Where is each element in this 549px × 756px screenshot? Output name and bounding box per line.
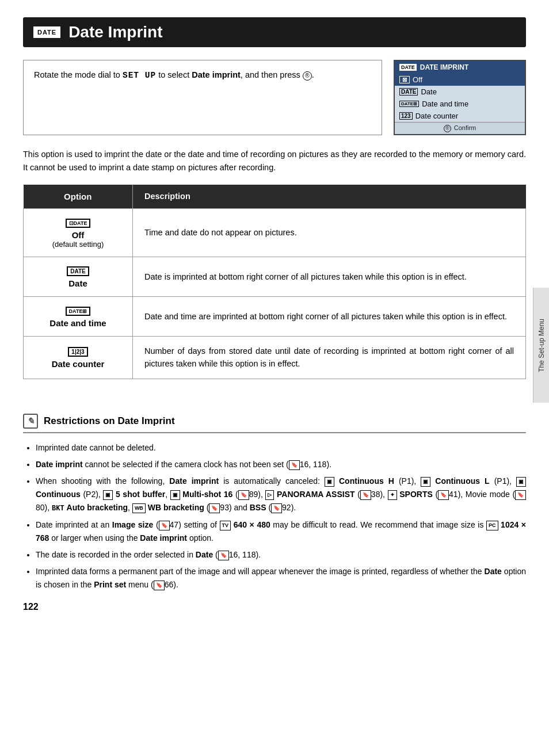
panorama-icon: ▷ bbox=[265, 490, 274, 500]
list-item: The date is recorded in the order select… bbox=[36, 548, 526, 562]
title-bar: DATE Date Imprint bbox=[23, 17, 526, 47]
lcd-panel: DATE DATE IMPRINT ⊠ Off DATE Date DATE⊞ … bbox=[394, 60, 526, 135]
list-item: Date imprinted at an Image size (🔖47) se… bbox=[36, 518, 526, 545]
ref-icon4: 🔖 bbox=[438, 490, 449, 500]
table-row: DATE Date Date is imprinted at bottom ri… bbox=[24, 257, 526, 296]
vertical-sidebar: The Set-up Menu bbox=[533, 288, 549, 403]
ref-icon5: 🔖 bbox=[515, 490, 526, 500]
ref-icon2: 🔖 bbox=[238, 490, 249, 500]
off-label: Off bbox=[35, 230, 121, 240]
tv-icon: TV bbox=[220, 521, 231, 530]
intro-box: Rotate the mode dial to SET UP to select… bbox=[23, 60, 382, 135]
table-row: DATE⊞ Date and time Date and time are im… bbox=[24, 296, 526, 336]
table-header-option: Option bbox=[24, 185, 133, 208]
list-item: Imprinted data forms a permanent part of… bbox=[36, 565, 526, 591]
table-row: 1|2|3 Date counter Number of days from s… bbox=[24, 336, 526, 379]
ref-icon10: 🔖 bbox=[154, 581, 165, 590]
body-text: This option is used to imprint the date … bbox=[23, 148, 526, 174]
restrictions-list: Imprinted date cannot be deleted. Date i… bbox=[23, 441, 526, 592]
counter-label: Date counter bbox=[35, 359, 121, 369]
intro-text: Rotate the mode dial to SET UP to select… bbox=[34, 70, 314, 79]
lcd-datetime-label: Date and time bbox=[422, 100, 468, 108]
lcd-item-counter[interactable]: 123 Date counter bbox=[395, 110, 525, 122]
table-cell-desc-counter: Number of days from stored date until da… bbox=[133, 336, 526, 379]
restrictions-header: ✎ Restrictions on Date Imprint bbox=[23, 414, 526, 433]
list-item: When shooting with the following, Date i… bbox=[36, 475, 526, 515]
date-label: Date bbox=[35, 278, 121, 288]
off-sublabel: (default setting) bbox=[35, 240, 121, 249]
table-cell-desc-off: Time and date do not appear on pictures. bbox=[133, 208, 526, 257]
off-icon: ⊡DATE bbox=[66, 219, 91, 228]
page-title: Date Imprint bbox=[68, 23, 162, 41]
lcd-header-icon: DATE bbox=[399, 64, 417, 71]
date-icon: DATE bbox=[67, 266, 89, 276]
restrictions-section: ✎ Restrictions on Date Imprint Imprinted… bbox=[23, 414, 526, 592]
lcd-confirm: ® Confirm bbox=[395, 122, 525, 134]
multishot-icon: ▣ bbox=[170, 490, 180, 500]
title-icon: DATE bbox=[33, 26, 60, 38]
ref-icon3: 🔖 bbox=[360, 490, 371, 500]
lcd-off-icon: ⊠ bbox=[399, 76, 410, 83]
lcd-item-datetime[interactable]: DATE⊞ Date and time bbox=[395, 98, 525, 110]
lcd-counter-icon: 123 bbox=[399, 112, 413, 120]
datetime-icon: DATE⊞ bbox=[66, 307, 91, 316]
intro-section: Rotate the mode dial to SET UP to select… bbox=[23, 60, 526, 135]
lcd-off-label: Off bbox=[413, 75, 422, 84]
cont-l-icon: ▣ bbox=[421, 477, 430, 487]
table-cell-option-datetime: DATE⊞ Date and time bbox=[24, 296, 133, 336]
table-cell-option-off: ⊡DATE Off (default setting) bbox=[24, 208, 133, 257]
ref-icon8: 🔖 bbox=[159, 521, 170, 530]
page-number: 122 bbox=[23, 602, 526, 612]
table-cell-option-counter: 1|2|3 Date counter bbox=[24, 336, 133, 379]
sidebar-label: The Set-up Menu bbox=[537, 319, 546, 372]
table-cell-option-date: DATE Date bbox=[24, 257, 133, 296]
wb-icon: WB bbox=[132, 503, 146, 513]
lcd-date-icon: DATE bbox=[399, 88, 418, 96]
lcd-header-text: DATE IMPRINT bbox=[420, 63, 468, 71]
datetime-label: Date and time bbox=[35, 318, 121, 328]
table-header-description: Description bbox=[133, 185, 526, 208]
table-row: ⊡DATE Off (default setting) Time and dat… bbox=[24, 208, 526, 257]
list-item: Imprinted date cannot be deleted. bbox=[36, 441, 526, 455]
lcd-item-date[interactable]: DATE Date bbox=[395, 86, 525, 98]
ref-icon: 🔖 bbox=[289, 460, 300, 470]
restrictions-icon: ✎ bbox=[23, 414, 38, 429]
cont-h-icon: ▣ bbox=[325, 477, 334, 487]
option-table: Option Description ⊡DATE Off (default se… bbox=[23, 185, 526, 379]
counter-icon: 1|2|3 bbox=[68, 347, 87, 357]
lcd-date-label: Date bbox=[421, 87, 436, 96]
lcd-item-off[interactable]: ⊠ Off bbox=[395, 74, 525, 86]
list-item: Date imprint cannot be selected if the c… bbox=[36, 458, 526, 471]
lcd-header: DATE DATE IMPRINT bbox=[395, 61, 525, 74]
cont-icon: ▣ bbox=[516, 477, 526, 487]
shot-buffer-icon: ▣ bbox=[103, 490, 113, 500]
table-cell-desc-date: Date is imprinted at bottom right corner… bbox=[133, 257, 526, 296]
lcd-ok-icon: ® bbox=[444, 125, 451, 132]
lcd-datetime-icon: DATE⊞ bbox=[399, 101, 419, 107]
ref-icon6: 🔖 bbox=[209, 503, 220, 513]
pc-icon: PC bbox=[486, 521, 498, 530]
restrictions-title: Restrictions on Date Imprint bbox=[44, 415, 175, 427]
ref-icon9: 🔖 bbox=[218, 551, 229, 560]
sports-icon: ✦ bbox=[388, 490, 397, 500]
ref-icon7: 🔖 bbox=[271, 503, 282, 513]
table-cell-desc-datetime: Date and time are imprinted at bottom ri… bbox=[133, 296, 526, 336]
lcd-confirm-text: Confirm bbox=[454, 124, 476, 131]
lcd-counter-label: Date counter bbox=[415, 112, 458, 120]
